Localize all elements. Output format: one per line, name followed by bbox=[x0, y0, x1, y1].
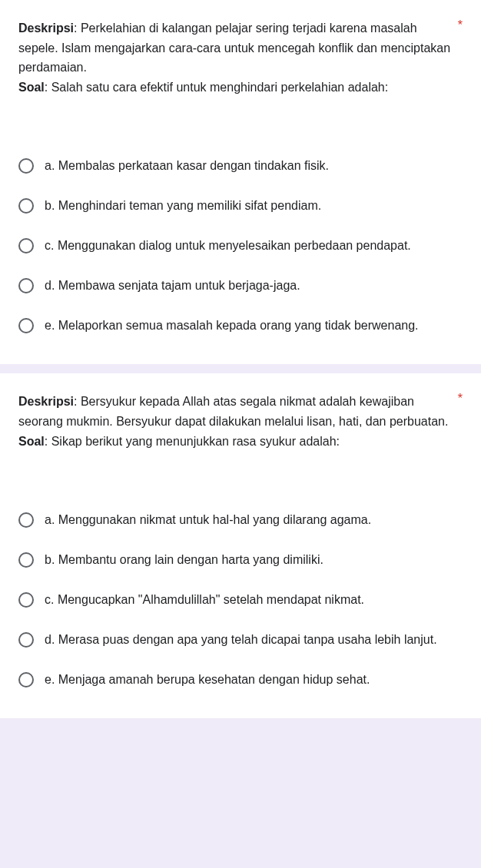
question-card: Deskripsi: Perkelahian di kalangan pelaj… bbox=[0, 0, 481, 364]
required-indicator: * bbox=[458, 18, 463, 32]
desc-label: Deskripsi bbox=[18, 395, 74, 408]
option-label: e. Melaporkan semua masalah kepada orang… bbox=[45, 316, 463, 335]
radio-icon[interactable] bbox=[18, 552, 34, 568]
desc-label: Deskripsi bbox=[18, 22, 74, 35]
option-row[interactable]: e. Menjaga amanah berupa kesehatan denga… bbox=[18, 660, 463, 700]
radio-icon[interactable] bbox=[18, 318, 34, 333]
option-label: a. Menggunakan nikmat untuk hal-hal yang… bbox=[45, 511, 463, 529]
option-label: d. Membawa senjata tajam untuk berjaga-j… bbox=[45, 277, 463, 295]
option-label: b. Membantu orang lain dengan harta yang… bbox=[45, 551, 463, 569]
option-row[interactable]: d. Membawa senjata tajam untuk berjaga-j… bbox=[18, 266, 463, 306]
desc-text: : Bersyukur kepada Allah atas segala nik… bbox=[18, 395, 448, 428]
radio-icon[interactable] bbox=[18, 238, 34, 253]
option-label: c. Menggunakan dialog untuk menyelesaika… bbox=[45, 237, 463, 255]
question-header: Deskripsi: Bersyukur kepada Allah atas s… bbox=[18, 392, 463, 451]
question-text: Deskripsi: Perkelahian di kalangan pelaj… bbox=[18, 18, 452, 97]
required-indicator: * bbox=[458, 392, 463, 406]
options-group: a. Menggunakan nikmat untuk hal-hal yang… bbox=[18, 500, 463, 700]
option-label: a. Membalas perkataan kasar dengan tinda… bbox=[45, 157, 463, 175]
question-header: Deskripsi: Perkelahian di kalangan pelaj… bbox=[18, 18, 463, 97]
option-row[interactable]: d. Merasa puas dengan apa yang telah dic… bbox=[18, 620, 463, 660]
radio-icon[interactable] bbox=[18, 198, 34, 214]
radio-icon[interactable] bbox=[18, 632, 34, 648]
soal-text: : Salah satu cara efektif untuk menghind… bbox=[45, 81, 388, 94]
option-row[interactable]: b. Membantu orang lain dengan harta yang… bbox=[18, 540, 463, 580]
option-row[interactable]: b. Menghindari teman yang memiliki sifat… bbox=[18, 186, 463, 226]
option-row[interactable]: a. Menggunakan nikmat untuk hal-hal yang… bbox=[18, 500, 463, 540]
option-label: c. Mengucapkan "Alhamdulillah" setelah m… bbox=[45, 591, 463, 609]
radio-icon[interactable] bbox=[18, 672, 34, 687]
option-label: d. Merasa puas dengan apa yang telah dic… bbox=[45, 631, 463, 649]
desc-text: : Perkelahian di kalangan pelajar sering… bbox=[18, 22, 450, 74]
option-row[interactable]: a. Membalas perkataan kasar dengan tinda… bbox=[18, 146, 463, 186]
option-label: e. Menjaga amanah berupa kesehatan denga… bbox=[45, 671, 463, 689]
radio-icon[interactable] bbox=[18, 278, 34, 293]
radio-icon[interactable] bbox=[18, 512, 34, 528]
spacer bbox=[18, 469, 463, 500]
radio-icon[interactable] bbox=[18, 592, 34, 608]
question-card: Deskripsi: Bersyukur kepada Allah atas s… bbox=[0, 373, 481, 718]
soal-label: Soal bbox=[18, 81, 45, 94]
option-label: b. Menghindari teman yang memiliki sifat… bbox=[45, 197, 463, 215]
radio-icon[interactable] bbox=[18, 158, 34, 174]
options-group: a. Membalas perkataan kasar dengan tinda… bbox=[18, 146, 463, 346]
option-row[interactable]: e. Melaporkan semua masalah kepada orang… bbox=[18, 306, 463, 346]
option-row[interactable]: c. Menggunakan dialog untuk menyelesaika… bbox=[18, 226, 463, 266]
soal-label: Soal bbox=[18, 435, 45, 448]
spacer bbox=[18, 115, 463, 146]
option-row[interactable]: c. Mengucapkan "Alhamdulillah" setelah m… bbox=[18, 580, 463, 620]
question-text: Deskripsi: Bersyukur kepada Allah atas s… bbox=[18, 392, 452, 451]
soal-text: : Sikap berikut yang menunjukkan rasa sy… bbox=[45, 435, 340, 448]
